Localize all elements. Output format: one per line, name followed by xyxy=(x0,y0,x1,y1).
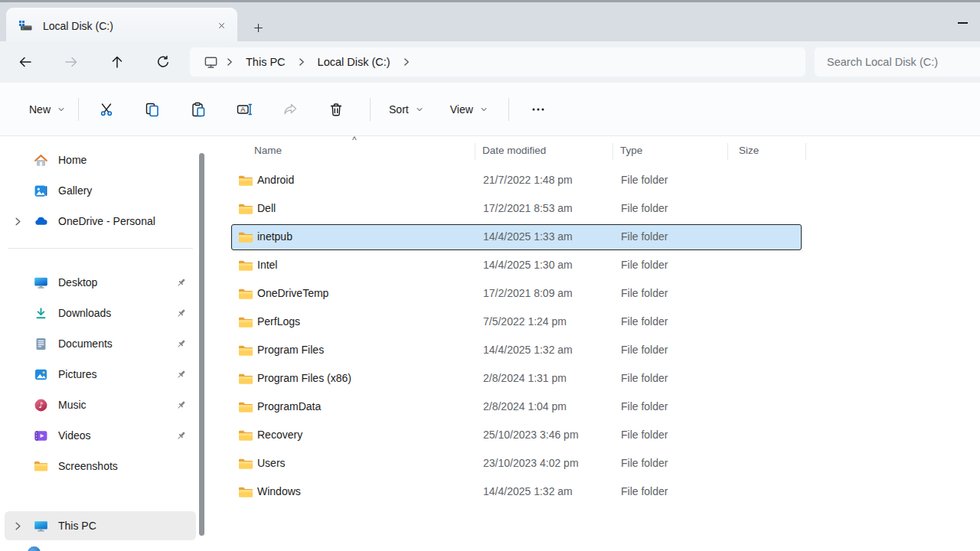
file-name: Program Files (x86) xyxy=(257,372,351,384)
this-pc-monitor-icon xyxy=(34,519,48,533)
column-separator[interactable] xyxy=(612,143,613,160)
chevron-right-icon[interactable] xyxy=(12,216,24,227)
sidebar-item-desktop[interactable]: Desktop xyxy=(5,268,196,297)
minimize-icon xyxy=(958,22,968,24)
pin-icon xyxy=(175,430,187,442)
sidebar-item-pictures[interactable]: Pictures xyxy=(5,360,196,389)
search-input[interactable] xyxy=(815,47,980,77)
paste-button[interactable] xyxy=(181,94,215,125)
file-row-selected[interactable]: inetpub 14/4/2025 1:33 am File folder xyxy=(231,224,802,250)
sidebar-item-this-pc[interactable]: This PC xyxy=(5,511,196,540)
up-button[interactable] xyxy=(103,48,131,76)
forward-button[interactable] xyxy=(57,48,85,76)
folder-icon xyxy=(238,259,253,272)
explorer-tab[interactable]: Local Disk (C:) xyxy=(6,8,237,44)
sidebar-scrollbar[interactable] xyxy=(199,153,204,536)
network-icon[interactable] xyxy=(28,546,41,551)
column-separator[interactable] xyxy=(805,143,806,160)
view-button-label: View xyxy=(450,103,473,116)
column-header-name[interactable]: Name xyxy=(254,145,282,156)
sidebar-item-documents[interactable]: Documents xyxy=(5,329,196,358)
file-row[interactable]: PerfLogs 7/5/2022 1:24 pm File folder xyxy=(231,309,802,335)
file-name: Intel xyxy=(257,259,277,271)
svg-text:A: A xyxy=(240,106,245,113)
column-header-size[interactable]: Size xyxy=(739,145,759,156)
new-button[interactable]: New xyxy=(21,96,74,122)
file-list-pane: ^ Name Date modified Type Size Android 2… xyxy=(214,136,980,551)
pin-icon xyxy=(175,369,187,380)
chevron-right-icon[interactable] xyxy=(12,520,24,532)
file-row[interactable]: Recovery 25/10/2023 3:46 pm File folder xyxy=(231,422,802,448)
file-row[interactable]: Windows 14/4/2025 1:32 am File folder xyxy=(231,479,802,505)
sidebar-item-screenshots[interactable]: Screenshots xyxy=(5,452,196,481)
arrow-left-icon xyxy=(18,54,33,70)
gallery-icon xyxy=(34,184,48,198)
column-separator[interactable] xyxy=(727,143,728,160)
file-row[interactable]: Program Files (x86) 2/8/2024 1:31 pm Fil… xyxy=(231,366,802,392)
toolbar-divider xyxy=(508,98,509,121)
back-button[interactable] xyxy=(11,48,39,76)
pin-icon xyxy=(175,308,187,319)
address-bar[interactable]: This PC Local Disk (C:) xyxy=(190,47,805,77)
sidebar-item-gallery[interactable]: Gallery xyxy=(5,176,196,205)
sidebar-item-music[interactable]: Music xyxy=(5,390,196,419)
sidebar-item-downloads[interactable]: Downloads xyxy=(5,298,196,328)
folder-icon xyxy=(238,401,253,413)
sidebar-item-onedrive[interactable]: OneDrive - Personal xyxy=(5,207,196,236)
column-header-date-modified[interactable]: Date modified xyxy=(482,145,546,156)
new-tab-button[interactable] xyxy=(247,17,269,38)
copy-button[interactable] xyxy=(136,94,169,125)
folder-icon xyxy=(238,344,253,357)
sidebar-item-label: This PC xyxy=(58,520,96,532)
file-date-modified: 14/4/2025 1:32 am xyxy=(483,485,573,497)
delete-button[interactable] xyxy=(319,94,353,125)
file-date-modified: 14/4/2025 1:33 am xyxy=(483,230,573,243)
sidebar-item-label: Videos xyxy=(58,429,91,442)
chevron-down-icon xyxy=(415,105,424,114)
file-type: File folder xyxy=(621,400,668,412)
sidebar-item-label: Documents xyxy=(58,337,113,350)
chevron-right-icon[interactable] xyxy=(296,57,307,67)
cut-icon xyxy=(99,102,114,117)
chevron-right-icon[interactable] xyxy=(224,57,235,67)
command-toolbar: New A Sort View xyxy=(0,83,980,136)
file-row[interactable]: OneDriveTemp 17/2/2021 8:09 am File fold… xyxy=(231,281,802,307)
file-name: Windows xyxy=(257,485,301,497)
new-button-label: New xyxy=(29,103,51,116)
sidebar-item-videos[interactable]: Videos xyxy=(5,421,196,450)
sort-button[interactable]: Sort xyxy=(381,96,432,122)
folder-icon xyxy=(238,174,253,187)
chevron-right-icon[interactable] xyxy=(401,57,412,67)
copy-icon xyxy=(145,102,160,117)
file-row[interactable]: Android 21/7/2022 1:48 pm File folder xyxy=(231,168,802,194)
column-separator[interactable] xyxy=(475,143,475,160)
file-row[interactable]: Program Files 14/4/2025 1:32 am File fol… xyxy=(231,337,802,364)
close-tab-button[interactable] xyxy=(211,16,231,36)
file-explorer-window: Local Disk (C:) This PC xyxy=(0,0,980,551)
file-name: Android xyxy=(257,174,294,186)
rename-button[interactable]: A xyxy=(227,94,261,125)
file-row[interactable]: ProgramData 2/8/2024 1:04 pm File folder xyxy=(231,394,802,420)
sidebar-item-label: Gallery xyxy=(58,184,92,197)
view-button[interactable]: View xyxy=(443,96,496,122)
documents-icon xyxy=(34,337,48,351)
sidebar-item-home[interactable]: Home xyxy=(5,145,196,174)
file-row[interactable]: Dell 17/2/2021 8:53 am File folder xyxy=(231,196,802,222)
file-row[interactable]: Intel 14/4/2025 1:30 am File folder xyxy=(231,253,802,279)
share-button[interactable] xyxy=(273,94,307,125)
breadcrumb-local-disk[interactable]: Local Disk (C:) xyxy=(310,53,398,71)
file-type: File folder xyxy=(621,287,668,299)
file-row[interactable]: Users 23/10/2023 4:02 pm File folder xyxy=(231,451,802,477)
more-options-button[interactable] xyxy=(521,94,555,125)
sort-ascending-icon: ^ xyxy=(352,135,357,145)
sidebar-divider xyxy=(8,248,193,249)
refresh-button[interactable] xyxy=(149,48,177,76)
minimize-button[interactable] xyxy=(949,10,975,36)
file-date-modified: 17/2/2021 8:09 am xyxy=(483,287,573,299)
column-header-type[interactable]: Type xyxy=(620,145,642,156)
arrow-right-icon xyxy=(64,54,79,70)
folder-icon xyxy=(238,429,253,442)
breadcrumb-this-pc[interactable]: This PC xyxy=(238,53,293,71)
file-name: inetpub xyxy=(257,230,292,243)
cut-button[interactable] xyxy=(90,94,123,125)
